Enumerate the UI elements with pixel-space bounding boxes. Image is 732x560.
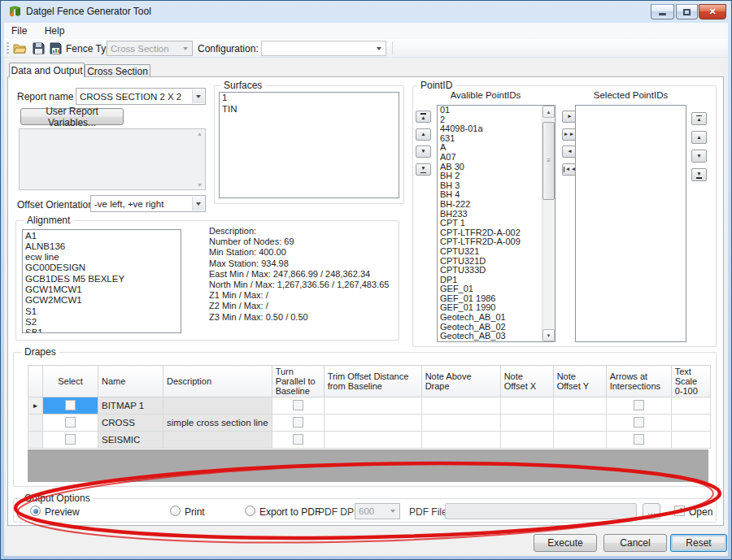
export-to-pdf-radio-label[interactable]: Export to PDF xyxy=(259,506,320,518)
drapes-column-header[interactable]: Text Scale 0-100 xyxy=(671,366,710,397)
available-list-scrollbar[interactable]: ▲ ≡ ▼ xyxy=(542,106,555,341)
list-item[interactable]: A07 xyxy=(438,153,542,163)
drapes-cell[interactable] xyxy=(500,415,553,432)
open-checkbox-label[interactable]: Open xyxy=(689,506,712,518)
cell-checkbox[interactable] xyxy=(293,400,303,410)
drapes-column-header[interactable]: Arrows at Intersections xyxy=(606,366,671,397)
surfaces-list[interactable]: 1TIN xyxy=(219,92,399,198)
configuration-combo[interactable] xyxy=(261,41,386,56)
cell-checkbox[interactable] xyxy=(65,434,76,445)
scrollbar-up-icon[interactable]: ▲ xyxy=(542,106,555,118)
available-move-top-button[interactable]: ▲ xyxy=(416,111,431,123)
reset-button[interactable]: Reset xyxy=(670,534,727,552)
drapes-cell[interactable] xyxy=(421,415,500,432)
available-move-bottom-button[interactable]: ▼ xyxy=(416,163,431,176)
cell-checkbox[interactable] xyxy=(634,434,644,445)
drapes-cell[interactable] xyxy=(163,397,272,415)
available-pointids-list[interactable]: 01244098-01a631AA07AB 30BH 2BH 3BH 4BH-2… xyxy=(437,105,556,342)
drapes-cell[interactable] xyxy=(671,432,710,449)
drapes-cell[interactable] xyxy=(500,432,553,449)
selected-pointids-list[interactable] xyxy=(575,105,686,342)
drapes-cell[interactable] xyxy=(272,432,324,449)
cell-checkbox[interactable] xyxy=(293,417,303,428)
scrollbar-thumb[interactable]: ≡ xyxy=(542,122,555,200)
list-item[interactable]: A1 xyxy=(23,230,181,241)
list-item[interactable]: GCW2MCW1 xyxy=(23,295,181,306)
available-move-down-button[interactable]: ▼ xyxy=(416,145,431,158)
drapes-column-header[interactable]: Select xyxy=(43,366,98,397)
selected-move-up-button[interactable]: ▲ xyxy=(691,131,707,144)
list-item[interactable]: BH-222 xyxy=(438,200,542,210)
tab-cross-section[interactable]: Cross Section xyxy=(85,64,150,77)
drapes-cell[interactable] xyxy=(43,397,98,415)
open-folder-icon[interactable] xyxy=(13,41,27,55)
drapes-cell[interactable] xyxy=(500,397,553,415)
cancel-button[interactable]: Cancel xyxy=(603,534,667,552)
drapes-cell[interactable] xyxy=(606,415,671,432)
drapes-cell[interactable] xyxy=(671,415,710,432)
drapes-cell[interactable]: CROSS xyxy=(98,415,163,432)
drapes-cell[interactable] xyxy=(43,415,98,432)
print-radio-label[interactable]: Print xyxy=(185,506,205,518)
drapes-cell[interactable] xyxy=(43,432,98,449)
minimize-button[interactable] xyxy=(651,4,674,20)
drapes-column-header[interactable]: Name xyxy=(98,366,163,397)
cell-checkbox[interactable] xyxy=(65,400,76,410)
selected-move-down-button[interactable]: ▼ xyxy=(691,150,707,163)
cell-checkbox[interactable] xyxy=(634,400,644,410)
list-item[interactable]: Geotech_AB_01 xyxy=(438,313,542,323)
list-item[interactable]: ecw line xyxy=(23,252,181,263)
browse-pdf-file-button[interactable]: ... xyxy=(643,503,660,519)
drapes-cell[interactable] xyxy=(606,397,671,415)
maximize-button[interactable] xyxy=(676,4,698,20)
drapes-cell[interactable] xyxy=(421,397,500,415)
selected-move-top-button[interactable]: ▲ xyxy=(691,112,707,125)
export-to-pdf-radio[interactable] xyxy=(245,506,255,516)
preview-radio-label[interactable]: Preview xyxy=(45,506,80,518)
drapes-cell[interactable]: BITMAP 1 xyxy=(98,397,163,415)
drapes-row-indicator[interactable] xyxy=(28,415,43,432)
drapes-cell[interactable]: simple cross section line xyxy=(163,415,272,432)
drapes-column-header[interactable]: Turn Parallel to Baseline xyxy=(272,366,324,397)
save-icon[interactable] xyxy=(32,41,46,55)
list-item[interactable]: S2 xyxy=(23,316,181,327)
list-item[interactable]: GCW1MCW1 xyxy=(23,284,181,294)
drapes-cell[interactable] xyxy=(272,415,324,432)
menu-file[interactable]: File xyxy=(4,23,34,39)
drapes-cell[interactable] xyxy=(421,432,500,449)
close-button[interactable]: ✕ xyxy=(699,4,726,20)
list-item[interactable]: CPTU321 xyxy=(438,247,542,257)
list-item[interactable]: GCB1DES M5 BEXLEY xyxy=(23,273,181,284)
drapes-cell[interactable] xyxy=(324,397,421,415)
open-checkbox[interactable]: ✓ xyxy=(674,506,685,516)
list-item[interactable]: SB1 xyxy=(23,328,181,333)
print-radio[interactable] xyxy=(170,506,181,516)
list-item[interactable]: GC00DESIGN xyxy=(23,263,181,273)
cell-checkbox[interactable] xyxy=(634,417,644,428)
drapes-cell[interactable] xyxy=(671,397,710,415)
list-item[interactable]: CPTU333D xyxy=(438,266,542,276)
list-item[interactable]: CPT 1 xyxy=(438,219,542,228)
execute-button[interactable]: Execute xyxy=(534,534,597,552)
save-report-icon[interactable] xyxy=(49,41,63,55)
list-item[interactable]: ALNB136 xyxy=(23,241,181,251)
drapes-cell[interactable] xyxy=(553,415,606,432)
list-item[interactable]: 01 xyxy=(438,106,542,115)
drapes-column-header[interactable]: Trim Offset Distance from Baseline xyxy=(324,366,421,397)
selected-move-bottom-button[interactable]: ▼ xyxy=(691,168,707,181)
list-item[interactable]: S1 xyxy=(23,306,181,316)
report-name-combo[interactable]: CROSS SECTION 2 X 2 xyxy=(76,88,206,105)
drapes-cell[interactable] xyxy=(606,432,671,449)
drapes-column-header[interactable]: Note Offset X xyxy=(500,366,553,397)
offset-orientation-combo[interactable]: -ve left, +ve right xyxy=(90,195,206,212)
available-pointids-items[interactable]: 01244098-01a631AA07AB 30BH 2BH 3BH 4BH-2… xyxy=(438,106,542,341)
toolbar-grip[interactable] xyxy=(7,42,9,54)
cell-checkbox[interactable] xyxy=(65,417,76,428)
user-report-variables-button[interactable]: User Report Variables... xyxy=(20,108,124,125)
drapes-cell[interactable]: SEISMIC xyxy=(98,432,163,449)
drapes-cell[interactable] xyxy=(553,432,606,449)
scrollbar-down-icon[interactable]: ▼ xyxy=(542,329,555,341)
list-item[interactable]: 631 xyxy=(438,134,542,144)
drapes-row-indicator[interactable] xyxy=(28,432,43,449)
drapes-cell[interactable] xyxy=(272,397,324,415)
